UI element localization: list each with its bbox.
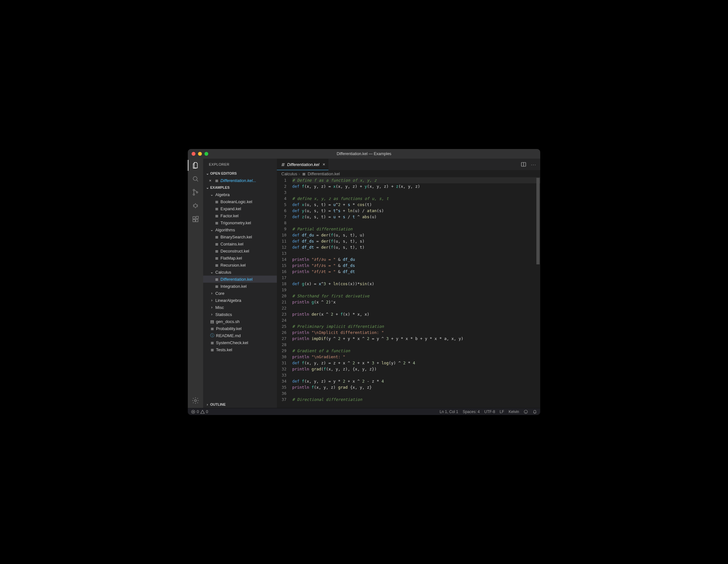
explorer-icon[interactable] (191, 161, 200, 170)
file-icon: ≣ (214, 256, 219, 261)
file-label: Factor.kel (220, 213, 275, 218)
file-item[interactable]: ≣Probability.kel (203, 325, 277, 332)
chevron-right-icon: › (210, 312, 214, 317)
file-label: SystemCheck.kel (216, 340, 275, 345)
file-icon: ≣ (214, 199, 219, 204)
file-icon: ≣ (214, 277, 219, 282)
code-editor[interactable]: 1234567891011121314151617181920212223242… (277, 177, 540, 408)
close-window-button[interactable] (192, 152, 195, 156)
svg-rect-8 (196, 216, 198, 219)
folder-label: Statistics (215, 312, 275, 317)
chevron-right-icon: › (210, 305, 214, 310)
file-icon: ▤ (210, 319, 215, 324)
file-item[interactable]: ≣FlatMap.kel (203, 254, 277, 261)
file-item[interactable]: ≣Recursion.kel (203, 261, 277, 269)
chevron-down-icon: ⌄ (210, 192, 214, 197)
status-error-count: 0 (197, 410, 199, 414)
svg-point-12 (524, 410, 528, 413)
file-item[interactable]: ≣SystemCheck.kel (203, 339, 277, 346)
folder-label: Calculus (215, 270, 275, 275)
file-icon: ≣ (210, 326, 215, 331)
breadcrumbs[interactable]: Calculus › ≣ Differentiation.kel (277, 170, 540, 177)
file-label: Tests.kel (216, 347, 275, 352)
window-controls (192, 152, 208, 156)
split-editor-icon[interactable] (521, 162, 526, 167)
file-item[interactable]: ≣Factor.kel (203, 212, 277, 219)
source-control-icon[interactable] (191, 188, 200, 196)
svg-point-4 (194, 204, 197, 207)
status-feedback-icon[interactable] (524, 410, 528, 414)
status-bell-icon[interactable] (533, 410, 537, 414)
chevron-right-icon: › (205, 402, 210, 406)
status-language[interactable]: Kelvin (509, 410, 519, 414)
settings-gear-icon[interactable] (191, 396, 200, 405)
scrollbar-thumb[interactable] (536, 178, 540, 264)
file-item[interactable]: ≣Tests.kel (203, 346, 277, 353)
file-item[interactable]: ≣Contains.kel (203, 240, 277, 247)
close-tab-icon[interactable]: × (322, 162, 325, 167)
folder-item[interactable]: ⌄Calculus (203, 269, 277, 276)
close-icon[interactable]: × (208, 178, 213, 183)
status-bar: 0 0 Ln 1, Col 1 Spaces: 4 UTF-8 LF Kelvi… (188, 408, 540, 415)
chevron-down-icon: ⌄ (205, 171, 210, 176)
workspace-root-header[interactable]: ⌄ EXAMPLES (203, 184, 277, 191)
file-icon: ≣ (210, 347, 215, 352)
search-icon[interactable] (191, 175, 200, 183)
folder-item[interactable]: ›Core (203, 290, 277, 297)
open-editor-label: Differentiation.kel... (220, 178, 275, 183)
folder-item[interactable]: ›Misc (203, 304, 277, 311)
open-editors-label: OPEN EDITORS (210, 171, 237, 175)
file-item[interactable]: ≣Deconstruct.kel (203, 247, 277, 254)
file-item[interactable]: ▤gen_docs.sh (203, 318, 277, 325)
open-editors-header[interactable]: ⌄ OPEN EDITORS (203, 170, 277, 177)
svg-rect-5 (193, 217, 195, 219)
chevron-right-icon: › (210, 298, 214, 303)
breadcrumb-file[interactable]: Differentiation.kel (308, 171, 340, 176)
folder-item[interactable]: ⌄Algorithms (203, 226, 277, 233)
status-eol[interactable]: LF (500, 410, 504, 414)
svg-point-2 (193, 194, 195, 195)
svg-point-1 (193, 189, 195, 191)
folder-label: Misc (215, 305, 275, 310)
window-title: Differentiation.kel — Examples (188, 152, 540, 156)
folder-item[interactable]: ⌄Algebra (203, 191, 277, 198)
file-icon: ≣ (214, 284, 219, 289)
open-editor-item[interactable]: ×≣Differentiation.kel... (203, 177, 277, 184)
file-icon: ≣ (210, 340, 215, 345)
chevron-right-icon: › (299, 171, 300, 176)
debug-icon[interactable] (191, 202, 200, 210)
maximize-window-button[interactable] (204, 152, 208, 156)
file-label: Expand.kel (220, 206, 275, 211)
file-item[interactable]: ≣Integration.kel (203, 283, 277, 290)
folder-label: Algorithms (215, 228, 275, 232)
file-label: Integration.kel (220, 284, 275, 289)
more-actions-icon[interactable]: ··· (531, 162, 536, 167)
file-icon: ≣ (214, 249, 219, 253)
file-item[interactable]: ⓘREADME.md (203, 332, 277, 339)
file-label: Probability.kel (216, 326, 275, 331)
status-encoding[interactable]: UTF-8 (484, 410, 495, 414)
file-item[interactable]: ≣Expand.kel (203, 205, 277, 212)
status-problems[interactable]: 0 0 (191, 410, 208, 414)
file-item[interactable]: ≣BinarySearch.kel (203, 233, 277, 240)
status-indentation[interactable]: Spaces: 4 (463, 410, 480, 414)
breadcrumb-folder[interactable]: Calculus (281, 171, 297, 176)
file-icon: ≣ (280, 162, 285, 167)
file-item[interactable]: ≣Differentiation.kel (203, 276, 277, 283)
outline-header[interactable]: › OUTLINE (203, 401, 277, 408)
folder-item[interactable]: ›Statistics (203, 311, 277, 318)
file-item[interactable]: ≣Trigonometry.kel (203, 219, 277, 226)
minimize-window-button[interactable] (198, 152, 202, 156)
file-icon: ⓘ (210, 333, 215, 338)
outline-label: OUTLINE (210, 402, 226, 406)
extensions-icon[interactable] (191, 215, 200, 223)
tab-differentiation[interactable]: ≣ Differentiation.kel × (277, 159, 329, 170)
svg-point-0 (193, 177, 197, 180)
status-cursor-position[interactable]: Ln 1, Col 1 (440, 410, 458, 414)
tab-label: Differentiation.kel (287, 162, 319, 167)
file-item[interactable]: ≣BooleanLogic.kel (203, 198, 277, 205)
chevron-right-icon: › (210, 291, 214, 295)
folder-item[interactable]: ›LinearAlgebra (203, 297, 277, 304)
code-content[interactable]: # Define f as a function of x, y, zdef f… (292, 177, 540, 408)
file-label: BinarySearch.kel (220, 235, 275, 239)
